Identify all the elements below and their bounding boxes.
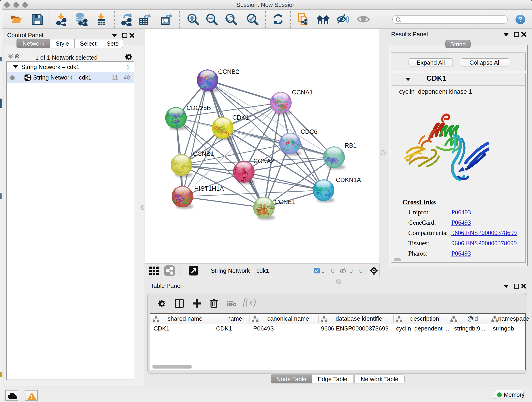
svg-text:CCNB1: CCNB1: [193, 150, 214, 157]
svg-text:CDC25B: CDC25B: [186, 104, 211, 111]
svg-text:CCNA2: CCNA2: [253, 158, 274, 165]
svg-text:RB1: RB1: [345, 142, 357, 149]
svg-text:CCNA1: CCNA1: [292, 89, 313, 96]
svg-text:CCNB2: CCNB2: [218, 68, 239, 75]
svg-text:HIST1H1A: HIST1H1A: [194, 185, 224, 192]
svg-text:CDK1: CDK1: [232, 114, 249, 121]
svg-text:CCNE1: CCNE1: [274, 198, 296, 205]
svg-text:CDC6: CDC6: [301, 128, 317, 135]
svg-text:CDKN1A: CDKN1A: [336, 177, 361, 183]
